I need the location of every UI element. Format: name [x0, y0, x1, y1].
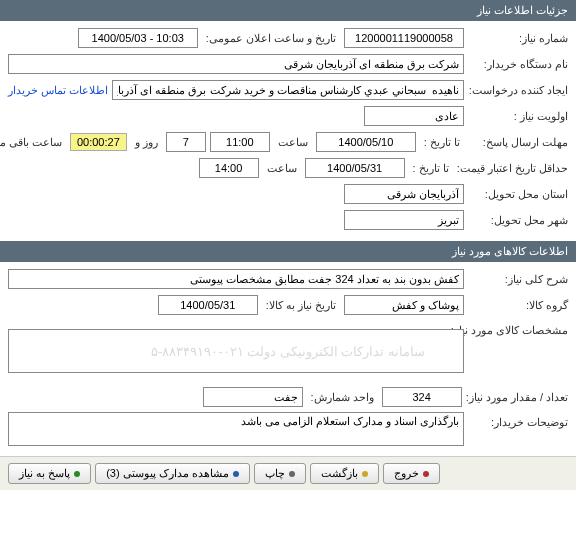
- need-date-label: تاریخ نیاز به کالا:: [262, 299, 340, 312]
- days-input[interactable]: [166, 132, 206, 152]
- validity-time-input[interactable]: [199, 158, 259, 178]
- attachments-button[interactable]: مشاهده مدارک پیوستی (3): [95, 463, 250, 484]
- deadline-label: مهلت ارسال پاسخ:: [468, 136, 568, 149]
- summary-input[interactable]: [8, 269, 464, 289]
- dot-icon: [74, 471, 80, 477]
- buyer-contact-link[interactable]: اطلاعات تماس خریدار: [8, 84, 108, 97]
- buyer-notes-label: توضیحات خریدار:: [468, 412, 568, 429]
- close-icon: [423, 471, 429, 477]
- validity-label: حداقل تاریخ اعتبار قیمت:: [457, 162, 568, 175]
- creator-input[interactable]: [112, 80, 464, 100]
- deadline-date-input[interactable]: [316, 132, 416, 152]
- dot-icon: [233, 471, 239, 477]
- time-label-2: ساعت: [263, 162, 301, 175]
- need-number-label: شماره نیاز:: [468, 32, 568, 45]
- print-button[interactable]: چاپ: [254, 463, 306, 484]
- deliver-prov-label: استان محل تحویل:: [468, 188, 568, 201]
- printer-icon: [289, 471, 295, 477]
- creator-label: ایجاد کننده درخواست:: [468, 84, 568, 97]
- announce-input[interactable]: [78, 28, 198, 48]
- buyer-label: نام دستگاه خریدار:: [468, 58, 568, 71]
- buyer-notes-textarea[interactable]: [8, 412, 464, 446]
- need-date-input[interactable]: [158, 295, 258, 315]
- need-info-body: شماره نیاز: تاریخ و ساعت اعلان عمومی: نا…: [0, 21, 576, 241]
- back-button[interactable]: بازگشت: [310, 463, 379, 484]
- print-button-label: چاپ: [265, 467, 285, 480]
- unit-input[interactable]: [203, 387, 303, 407]
- buyer-input[interactable]: [8, 54, 464, 74]
- spec-textarea[interactable]: [8, 329, 464, 373]
- summary-label: شرح کلی نیاز:: [468, 273, 568, 286]
- spec-label: مشخصات کالای مورد نیاز:: [468, 320, 568, 337]
- remaining-label: ساعت باقی مانده: [0, 136, 66, 149]
- respond-button[interactable]: پاسخ به نیاز: [8, 463, 91, 484]
- deliver-prov-input[interactable]: [344, 184, 464, 204]
- days-label: روز و: [131, 136, 162, 149]
- back-icon: [362, 471, 368, 477]
- deliver-city-label: شهر محل تحویل:: [468, 214, 568, 227]
- priority-label: اولویت نیاز :: [468, 110, 568, 123]
- qty-label: تعداد / مقدار مورد نیاز:: [466, 391, 568, 404]
- back-button-label: بازگشت: [321, 467, 358, 480]
- to-date-label-2: تا تاریخ :: [409, 162, 453, 175]
- to-date-label-1: تا تاریخ :: [420, 136, 464, 149]
- need-number-input[interactable]: [344, 28, 464, 48]
- attachments-button-label: مشاهده مدارک پیوستی (3): [106, 467, 229, 480]
- countdown-timer: 00:00:27: [70, 133, 127, 151]
- exit-button[interactable]: خروج: [383, 463, 440, 484]
- validity-date-input[interactable]: [305, 158, 405, 178]
- items-info-body: شرح کلی نیاز: گروه کالا: تاریخ نیاز به ک…: [0, 262, 576, 456]
- group-label: گروه کالا:: [468, 299, 568, 312]
- time-label-1: ساعت: [274, 136, 312, 149]
- qty-input[interactable]: [382, 387, 462, 407]
- unit-label: واحد شمارش:: [307, 391, 378, 404]
- group-input[interactable]: [344, 295, 464, 315]
- exit-button-label: خروج: [394, 467, 419, 480]
- deliver-city-input[interactable]: [344, 210, 464, 230]
- deadline-time-input[interactable]: [210, 132, 270, 152]
- priority-input[interactable]: [364, 106, 464, 126]
- footer-bar: پاسخ به نیاز مشاهده مدارک پیوستی (3) چاپ…: [0, 456, 576, 490]
- respond-button-label: پاسخ به نیاز: [19, 467, 70, 480]
- announce-label: تاریخ و ساعت اعلان عمومی:: [202, 32, 340, 45]
- items-info-header: اطلاعات کالاهای مورد نیاز: [0, 241, 576, 262]
- need-info-header: جزئیات اطلاعات نیاز: [0, 0, 576, 21]
